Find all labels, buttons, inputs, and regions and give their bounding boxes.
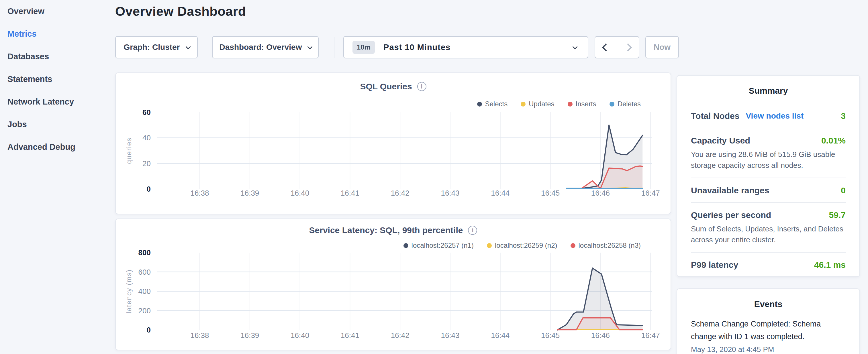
sidebar-item-advanced-debug[interactable]: Advanced Debug — [0, 136, 115, 158]
svg-text:200: 200 — [138, 307, 151, 315]
time-range-selector[interactable]: 10m Past 10 Minutes — [343, 36, 588, 58]
dashboard-selector-dropdown[interactable]: Dashboard: Overview — [212, 36, 319, 58]
event-message: Schema Change Completed: Schema change w… — [691, 318, 844, 343]
service-latency-chart: 020040060080016:3816:3916:4016:4116:4216… — [116, 248, 672, 345]
svg-text:0: 0 — [147, 185, 151, 193]
svg-text:16:45: 16:45 — [541, 189, 560, 197]
chart-legend: SelectsUpdatesInsertsDeletes — [477, 100, 641, 108]
summary-row-queries-per-second: Queries per second 59.7 — [691, 210, 846, 220]
summary-label: Capacity Used — [691, 136, 750, 146]
svg-text:16:46: 16:46 — [591, 189, 610, 197]
summary-label: Queries per second — [691, 210, 771, 220]
prev-time-button[interactable] — [595, 37, 617, 58]
legend-label: Updates — [529, 100, 554, 108]
chevron-right-icon — [624, 43, 632, 52]
chevron-down-icon — [308, 44, 313, 49]
svg-text:queries: queries — [125, 137, 133, 164]
svg-text:60: 60 — [143, 108, 151, 117]
page-title: Overview Dashboard — [115, 4, 246, 19]
legend-dot-icon — [610, 102, 614, 106]
summary-panel: Summary Total Nodes View nodes list 3 Ca… — [677, 75, 860, 277]
toolbar-divider — [334, 37, 334, 58]
sidebar-item-statements[interactable]: Statements — [0, 68, 115, 91]
svg-text:600: 600 — [138, 268, 151, 277]
info-icon[interactable] — [468, 226, 477, 235]
svg-text:16:40: 16:40 — [290, 331, 309, 340]
events-panel: Events Schema Change Completed: Schema c… — [677, 288, 860, 354]
sidebar: Overview Metrics Databases Statements Ne… — [0, 0, 115, 158]
legend-item: Updates — [521, 100, 554, 108]
summary-value: 59.7 — [829, 210, 846, 220]
sidebar-item-network-latency[interactable]: Network Latency — [0, 91, 115, 113]
sql-queries-panel: SQL Queries SelectsUpdatesInsertsDeletes… — [115, 72, 671, 214]
summary-row-total-nodes: Total Nodes View nodes list 3 — [691, 111, 846, 121]
svg-text:16:38: 16:38 — [190, 331, 209, 340]
chevron-down-icon — [185, 44, 191, 49]
summary-description: Sum of Selects, Updates, Inserts, and De… — [691, 223, 846, 245]
svg-text:16:43: 16:43 — [441, 331, 459, 340]
summary-description: You are using 28.6 MiB of 515.9 GiB usab… — [691, 149, 846, 171]
summary-label: Unavailable ranges — [691, 186, 769, 195]
sidebar-item-jobs[interactable]: Jobs — [0, 113, 115, 136]
chevron-down-icon — [572, 44, 578, 49]
view-nodes-link[interactable]: View nodes list — [746, 111, 804, 121]
info-icon[interactable] — [417, 82, 426, 91]
sidebar-item-overview[interactable]: Overview — [0, 0, 115, 23]
summary-value: 0 — [841, 186, 846, 195]
event-timestamp: May 13, 2020 at 4:45 PM — [691, 345, 846, 354]
svg-text:20: 20 — [143, 159, 151, 168]
events-title: Events — [691, 289, 846, 309]
divider — [691, 252, 846, 253]
divider — [691, 202, 846, 203]
divider — [691, 178, 846, 178]
summary-label: Total Nodes — [691, 111, 739, 121]
time-range-badge: 10m — [352, 41, 375, 54]
summary-title: Summary — [691, 75, 846, 96]
sidebar-item-databases[interactable]: Databases — [0, 45, 115, 68]
svg-text:16:44: 16:44 — [491, 331, 509, 340]
divider — [691, 128, 846, 128]
svg-text:16:42: 16:42 — [391, 189, 409, 197]
legend-dot-icon — [570, 243, 576, 248]
svg-text:16:42: 16:42 — [391, 331, 409, 340]
svg-text:16:39: 16:39 — [241, 189, 259, 197]
next-time-button[interactable] — [617, 37, 639, 58]
svg-text:16:47: 16:47 — [641, 331, 660, 340]
legend-dot-icon — [403, 243, 408, 248]
legend-dot-icon — [521, 102, 526, 106]
summary-row-capacity-used: Capacity Used 0.01% — [691, 136, 846, 146]
svg-text:16:41: 16:41 — [341, 331, 359, 340]
svg-text:800: 800 — [138, 248, 151, 257]
svg-text:400: 400 — [138, 287, 151, 296]
summary-value: 3 — [841, 111, 846, 121]
svg-text:16:41: 16:41 — [341, 189, 359, 197]
legend-dot-icon — [487, 243, 492, 248]
sql-queries-chart: 020406016:3816:3916:4016:4116:4216:4316:… — [116, 107, 672, 203]
legend-item: Deletes — [610, 100, 641, 108]
svg-text:16:38: 16:38 — [190, 189, 209, 197]
chart-title: Service Latency: SQL, 99th percentile — [309, 225, 463, 235]
db-console-metrics-page: Overview Metrics Databases Statements Ne… — [0, 0, 868, 354]
legend-dot-icon — [477, 102, 482, 106]
graph-selector-dropdown[interactable]: Graph: Cluster — [115, 36, 198, 58]
legend-item: Inserts — [568, 100, 596, 108]
svg-text:16:44: 16:44 — [491, 189, 509, 197]
sidebar-item-metrics[interactable]: Metrics — [0, 23, 115, 45]
now-button[interactable]: Now — [645, 36, 679, 58]
time-step-buttons — [595, 36, 639, 58]
svg-text:16:43: 16:43 — [441, 189, 459, 197]
summary-value: 46.1 ms — [814, 260, 846, 270]
chevron-left-icon — [602, 43, 610, 52]
legend-label: Inserts — [576, 100, 596, 108]
svg-text:16:45: 16:45 — [541, 331, 560, 340]
summary-row-unavailable-ranges: Unavailable ranges 0 — [691, 186, 846, 195]
summary-row-p99-latency: P99 latency 46.1 ms — [691, 260, 846, 270]
legend-dot-icon — [568, 102, 572, 106]
svg-text:0: 0 — [147, 326, 151, 334]
legend-label: Deletes — [618, 100, 641, 108]
chart-title: SQL Queries — [360, 82, 412, 91]
svg-text:16:40: 16:40 — [290, 189, 309, 197]
graph-selector-label: Graph: Cluster — [124, 43, 180, 52]
summary-label: P99 latency — [691, 260, 738, 270]
svg-text:latency (ms): latency (ms) — [125, 269, 133, 314]
